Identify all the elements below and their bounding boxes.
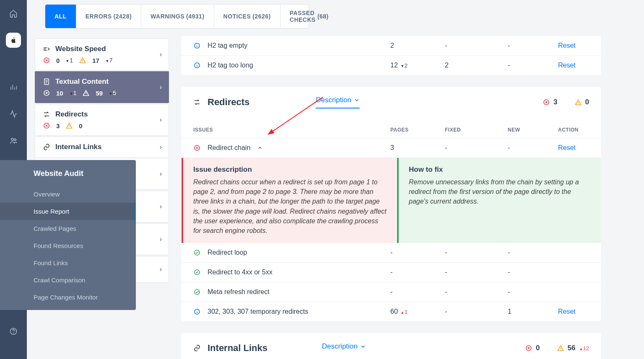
chevron-right-icon: › xyxy=(160,83,162,91)
fixed-count: - xyxy=(445,249,508,256)
submenu-item-found-links[interactable]: Found Links xyxy=(0,254,136,271)
tab-all[interactable]: ALL xyxy=(45,5,76,28)
section-error-count: 3 xyxy=(553,98,557,106)
tab-notices[interactable]: NOTICES(2626) xyxy=(214,5,280,28)
submenu-item-overview[interactable]: Overview xyxy=(0,186,136,203)
error-icon xyxy=(525,344,532,352)
error-icon xyxy=(43,122,50,129)
category-textual-content[interactable]: Textual Content 10 1 59 5 › xyxy=(35,71,169,103)
issue-row[interactable]: Redirect to 4xx or 5xx - - - xyxy=(182,263,601,282)
warning-icon xyxy=(65,122,73,129)
issue-row[interactable]: Redirect loop - - - xyxy=(182,243,601,263)
help-icon[interactable] xyxy=(6,324,21,339)
submenu-item-crawl-comparison[interactable]: Crawl Comparison xyxy=(0,271,136,289)
link-icon xyxy=(43,143,50,151)
fixed-count: - xyxy=(445,288,508,296)
issue-name: H2 tag empty xyxy=(208,42,247,49)
issue-row[interactable]: H2 tag too long 122 2 - Reset xyxy=(182,56,601,75)
chevron-right-icon: › xyxy=(160,266,162,273)
chevron-up-icon xyxy=(257,145,263,151)
info-icon xyxy=(193,42,201,49)
issue-name: Redirect loop xyxy=(208,249,247,256)
redirect-icon xyxy=(43,111,50,118)
issue-row[interactable]: 302, 303, 307 temporary redirects 601 - … xyxy=(182,302,601,321)
pages-count: 12 xyxy=(390,62,398,69)
section-warn-count: 56 xyxy=(568,344,576,352)
pages-count: 60 xyxy=(390,308,398,315)
submenu-item-page-changes[interactable]: Page Changes Monitor xyxy=(0,289,136,306)
link-icon xyxy=(193,344,201,352)
issue-row-redirect-chain[interactable]: Redirect chain 3 - - Reset xyxy=(182,138,601,158)
how-to-fix-body: Remove unnecessary links from the chain … xyxy=(409,177,591,207)
info-icon xyxy=(193,62,201,69)
fixed-count: - xyxy=(445,42,447,49)
issue-row[interactable]: Meta refresh redirect - - - xyxy=(182,282,601,302)
submenu-item-found-resources[interactable]: Found Resources xyxy=(0,237,136,254)
col-pages: PAGES xyxy=(390,127,445,133)
pages-count: 3 xyxy=(390,144,394,152)
speed-icon xyxy=(43,45,50,53)
col-fixed: FIXED xyxy=(445,127,508,133)
ok-icon xyxy=(193,269,201,276)
svg-point-1 xyxy=(14,139,16,140)
reset-link[interactable]: Reset xyxy=(558,62,576,69)
submenu-website-audit: Website Audit Overview Issue Report Craw… xyxy=(0,160,136,310)
issue-description-body: Redirect chains occur when a redirect is… xyxy=(193,177,387,235)
issue-description-panel: Issue description Redirect chains occur … xyxy=(182,158,601,243)
doc-icon xyxy=(43,78,50,85)
new-count: - xyxy=(508,249,558,256)
error-icon xyxy=(193,144,201,152)
issue-row[interactable]: H2 tag empty 2 - - Reset xyxy=(182,36,601,56)
section-redirects: Redirects Description 3 0 ISSUES PAGES F… xyxy=(182,87,601,321)
reset-link[interactable]: Reset xyxy=(558,144,576,151)
category-name: Website Speed xyxy=(55,45,106,53)
category-website-speed[interactable]: Website Speed 0 1 17 7 › xyxy=(35,39,169,70)
description-dropdown[interactable]: Description xyxy=(322,342,366,354)
how-to-fix-title: How to fix xyxy=(409,165,591,174)
table-header: ISSUES PAGES FIXED NEW ACTION xyxy=(182,119,601,138)
tab-errors[interactable]: ERRORS(2428) xyxy=(76,5,141,28)
brand-apple-icon[interactable] xyxy=(6,33,21,48)
section-title: Internal Links xyxy=(208,343,267,354)
reset-link[interactable]: Reset xyxy=(558,308,576,315)
new-count: - xyxy=(508,62,510,69)
warn-count: 59 xyxy=(96,90,103,97)
error-count: 3 xyxy=(56,122,60,129)
error-icon xyxy=(543,98,550,106)
error-icon xyxy=(43,57,50,64)
activity-icon[interactable] xyxy=(6,106,21,121)
pages-count: 2 xyxy=(390,42,394,49)
category-redirects[interactable]: Redirects 3 0 › xyxy=(35,104,169,136)
warn-count: 0 xyxy=(79,122,82,129)
col-issues: ISSUES xyxy=(193,127,390,133)
category-name: Internal Links xyxy=(55,143,102,151)
category-name: Textual Content xyxy=(55,77,109,86)
redirect-icon xyxy=(193,98,201,106)
section-title: Redirects xyxy=(208,97,249,108)
main-content: ALL ERRORS(2428) WARNINGS(4931) NOTICES(… xyxy=(182,0,601,359)
tab-passed[interactable]: PASSED CHECKS(68) xyxy=(280,5,338,28)
warning-icon xyxy=(574,98,582,106)
users-icon[interactable] xyxy=(6,133,21,148)
submenu-item-issue-report[interactable]: Issue Report xyxy=(0,203,136,220)
chart-icon[interactable] xyxy=(6,80,21,95)
reset-link[interactable]: Reset xyxy=(558,42,576,49)
col-action: ACTION xyxy=(558,127,592,133)
category-internal-links[interactable]: Internal Links › xyxy=(35,137,169,157)
submenu-title: Website Audit xyxy=(0,169,136,178)
warning-icon xyxy=(82,89,90,97)
home-icon[interactable] xyxy=(6,6,21,21)
ok-icon xyxy=(193,288,201,296)
new-count: - xyxy=(508,269,558,276)
description-dropdown[interactable]: Description xyxy=(316,96,360,108)
tab-warnings[interactable]: WARNINGS(4931) xyxy=(141,5,214,28)
section-error-count: 0 xyxy=(536,344,540,352)
category-name: Redirects xyxy=(55,110,88,119)
warn-count: 17 xyxy=(92,57,99,64)
error-icon xyxy=(43,89,50,97)
pages-count: - xyxy=(390,269,445,276)
submenu-item-crawled-pages[interactable]: Crawled Pages xyxy=(0,220,136,237)
fixed-count: - xyxy=(445,308,508,315)
new-count: - xyxy=(508,42,510,49)
pages-count: - xyxy=(390,249,445,256)
